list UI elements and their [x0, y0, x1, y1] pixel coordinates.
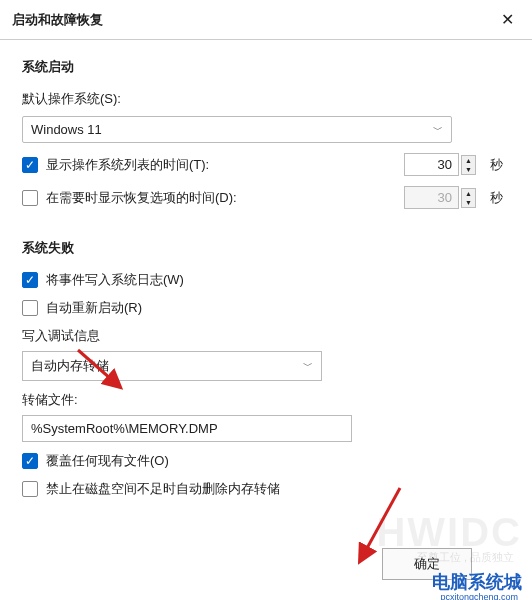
system-startup-group: 系统启动 默认操作系统(S): Windows 11 ﹀ ✓ 显示操作系统列表的…	[22, 58, 510, 209]
overwrite-row: ✓ 覆盖任何现有文件(O)	[22, 452, 510, 470]
default-os-label: 默认操作系统(S):	[22, 90, 510, 108]
nodisk-row: 禁止在磁盘空间不足时自动删除内存转储	[22, 480, 510, 498]
show-os-list-value[interactable]: 30	[404, 153, 459, 176]
seconds-unit: 秒	[490, 156, 510, 174]
debug-info-label: 写入调试信息	[22, 327, 510, 345]
spinner-up-icon: ▲	[462, 189, 475, 198]
startup-group-title: 系统启动	[22, 58, 510, 76]
system-failure-group: 系统失败 ✓ 将事件写入系统日志(W) 自动重新启动(R) 写入调试信息 自动内…	[22, 239, 510, 498]
failure-group-title: 系统失败	[22, 239, 510, 257]
write-log-row: ✓ 将事件写入系统日志(W)	[22, 271, 510, 289]
show-os-list-checkbox[interactable]: ✓	[22, 157, 38, 173]
dump-file-value: %SystemRoot%\MEMORY.DMP	[31, 421, 218, 436]
nodisk-label: 禁止在磁盘空间不足时自动删除内存转储	[46, 480, 510, 498]
dump-file-label: 转储文件:	[22, 391, 510, 409]
show-recovery-spinner: 30 ▲ ▼	[404, 186, 476, 209]
write-log-label: 将事件写入系统日志(W)	[46, 271, 510, 289]
memory-dump-value: 自动内存转储	[31, 357, 109, 375]
default-os-value: Windows 11	[31, 122, 102, 137]
ok-button[interactable]: 确定	[382, 548, 472, 580]
titlebar: 启动和故障恢复 ✕	[0, 0, 532, 40]
auto-restart-label: 自动重新启动(R)	[46, 299, 510, 317]
chevron-down-icon: ﹀	[433, 123, 443, 137]
memory-dump-select[interactable]: 自动内存转储 ﹀	[22, 351, 322, 381]
default-os-select[interactable]: Windows 11 ﹀	[22, 116, 452, 143]
close-icon[interactable]: ✕	[495, 8, 520, 31]
write-log-checkbox[interactable]: ✓	[22, 272, 38, 288]
dump-file-field[interactable]: %SystemRoot%\MEMORY.DMP	[22, 415, 352, 442]
show-os-list-row: ✓ 显示操作系统列表的时间(T): 30 ▲ ▼ 秒	[22, 153, 510, 176]
overwrite-checkbox[interactable]: ✓	[22, 453, 38, 469]
spinner-up-icon[interactable]: ▲	[462, 156, 475, 165]
nodisk-checkbox[interactable]	[22, 481, 38, 497]
seconds-unit: 秒	[490, 189, 510, 207]
chevron-down-icon: ﹀	[303, 359, 313, 373]
auto-restart-row: 自动重新启动(R)	[22, 299, 510, 317]
spinner-down-icon: ▼	[462, 198, 475, 207]
show-recovery-label: 在需要时显示恢复选项的时间(D):	[46, 189, 404, 207]
window-title: 启动和故障恢复	[12, 11, 103, 29]
show-recovery-checkbox[interactable]	[22, 190, 38, 206]
site-url: pcxitongcheng.com	[440, 592, 518, 600]
auto-restart-checkbox[interactable]	[22, 300, 38, 316]
show-recovery-row: 在需要时显示恢复选项的时间(D): 30 ▲ ▼ 秒	[22, 186, 510, 209]
show-recovery-value: 30	[404, 186, 459, 209]
show-os-list-label: 显示操作系统列表的时间(T):	[46, 156, 404, 174]
spinner-down-icon[interactable]: ▼	[462, 165, 475, 174]
show-os-list-spinner[interactable]: 30 ▲ ▼	[404, 153, 476, 176]
overwrite-label: 覆盖任何现有文件(O)	[46, 452, 510, 470]
button-row: 确定	[0, 538, 532, 590]
dialog-content: 系统启动 默认操作系统(S): Windows 11 ﹀ ✓ 显示操作系统列表的…	[0, 40, 532, 538]
